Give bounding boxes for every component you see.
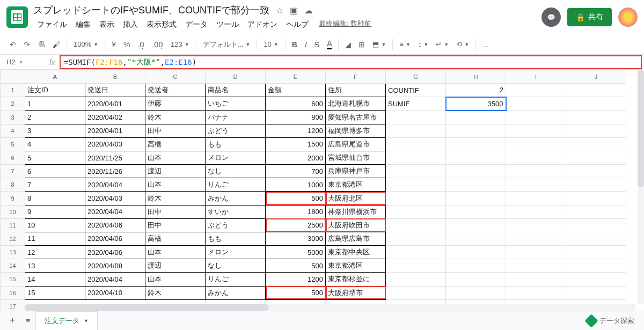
menu-edit[interactable]: 編集 (72, 19, 94, 31)
cell[interactable] (566, 124, 626, 137)
last-edit[interactable]: 最終編集: 数秒前 (319, 19, 371, 31)
comments-button[interactable]: 💬 (541, 8, 561, 27)
cell[interactable] (386, 273, 446, 286)
cell[interactable]: 800 (266, 111, 326, 124)
cell[interactable] (506, 286, 566, 299)
cell[interactable] (446, 165, 506, 178)
row-header[interactable]: 12 (1, 232, 25, 245)
cell[interactable] (506, 151, 566, 164)
row-header[interactable]: 14 (1, 259, 25, 273)
row-header[interactable]: 4 (1, 124, 25, 137)
col-header[interactable]: B (85, 70, 145, 84)
row-header[interactable]: 10 (1, 205, 25, 218)
cell[interactable]: 6 (25, 165, 85, 178)
cell[interactable]: 2500 (266, 218, 326, 232)
cell[interactable]: 2020/04/10 (85, 286, 145, 299)
h-align-button[interactable]: ≡▼ (396, 38, 414, 50)
cell[interactable]: 2 (446, 84, 506, 97)
cell[interactable]: 2020/04/04 (85, 273, 145, 286)
cell[interactable] (566, 218, 626, 232)
cell[interactable] (446, 137, 506, 151)
cell[interactable] (566, 178, 626, 192)
cell[interactable]: 500 (266, 286, 326, 299)
cell[interactable] (506, 246, 566, 259)
cell[interactable]: ぶどう (206, 218, 266, 232)
cell[interactable]: 広島県広島市 (326, 232, 386, 245)
col-header[interactable]: E (266, 70, 326, 84)
cell[interactable]: 11 (25, 232, 85, 245)
explore-button[interactable]: データ探索 (581, 314, 640, 328)
cell[interactable] (386, 151, 446, 164)
cell[interactable]: 発送日 (85, 84, 145, 97)
cell[interactable]: 伊藤 (145, 97, 206, 111)
cell[interactable]: ぶどう (206, 124, 266, 137)
cell[interactable] (506, 192, 566, 205)
cell[interactable] (386, 246, 446, 259)
cell[interactable]: 4 (25, 137, 85, 151)
cell[interactable]: 田中 (145, 205, 206, 218)
cell[interactable] (446, 124, 506, 137)
cell[interactable]: 3 (25, 124, 85, 137)
menu-format[interactable]: 表示形式 (143, 19, 180, 31)
cell[interactable]: 10 (25, 218, 85, 232)
cell[interactable] (506, 232, 566, 245)
cell[interactable]: 大阪府堺市 (326, 286, 386, 299)
cell[interactable]: 愛知県名古屋市 (326, 111, 386, 124)
col-header[interactable]: A (25, 70, 85, 84)
cell[interactable] (386, 124, 446, 137)
cell[interactable]: 500 (266, 259, 326, 273)
text-color-button[interactable]: A (324, 37, 335, 52)
cell[interactable] (386, 137, 446, 151)
cell[interactable]: 山本 (145, 246, 206, 259)
cell[interactable]: なし (206, 259, 266, 273)
cell[interactable]: SUMIF (386, 97, 446, 111)
cell[interactable] (506, 137, 566, 151)
cloud-status-icon[interactable]: ☁ (304, 5, 313, 16)
col-header[interactable]: H (446, 70, 506, 84)
star-icon[interactable]: ☆ (276, 5, 283, 16)
cell[interactable]: 15 (25, 286, 85, 299)
cell[interactable] (566, 246, 626, 259)
cell[interactable]: 山本 (145, 273, 206, 286)
cell[interactable]: 渡辺 (145, 259, 206, 273)
cell[interactable]: 2020/04/03 (85, 137, 145, 151)
cell[interactable]: 5 (25, 151, 85, 164)
cell[interactable]: 14 (25, 273, 85, 286)
paint-format-button[interactable]: 🖌 (49, 38, 63, 51)
cell[interactable]: 500 (266, 192, 326, 205)
merge-button[interactable]: ⬒▼ (369, 38, 389, 50)
cell[interactable]: 注文ID (25, 84, 85, 97)
cell[interactable] (386, 205, 446, 218)
borders-button[interactable]: ⊞ (355, 38, 368, 51)
percent-button[interactable]: % (120, 38, 133, 51)
row-header[interactable]: 6 (1, 151, 25, 164)
cell[interactable]: 3000 (266, 232, 326, 245)
cell[interactable]: 発送者 (145, 84, 206, 97)
menu-insert[interactable]: 挿入 (119, 19, 142, 31)
cell[interactable] (566, 286, 626, 299)
cell[interactable]: 鈴木 (145, 111, 206, 124)
cell[interactable] (506, 124, 566, 137)
cell[interactable]: 600 (266, 97, 326, 111)
cell[interactable] (446, 259, 506, 273)
move-icon[interactable]: ▣ (290, 5, 298, 16)
add-sheet-button[interactable]: + (4, 312, 21, 329)
cell[interactable]: 大阪府北区 (326, 192, 386, 205)
col-header[interactable]: F (326, 70, 386, 84)
cell[interactable]: いちご (206, 97, 266, 111)
row-header[interactable]: 3 (1, 111, 25, 124)
font-select[interactable]: デフォルト...▼ (200, 38, 254, 52)
redo-button[interactable]: ↷ (20, 38, 33, 51)
cell[interactable]: 2000 (266, 151, 326, 164)
cell[interactable]: 高橋 (145, 232, 206, 245)
cell[interactable]: 3500 (446, 97, 506, 111)
share-button[interactable]: 🔒 共有 (567, 8, 612, 26)
cell[interactable]: なし (206, 165, 266, 178)
cell[interactable]: 神奈川県横浜市 (326, 205, 386, 218)
cell[interactable]: 大阪府吹田市 (326, 218, 386, 232)
cell[interactable]: 田中 (145, 124, 206, 137)
cell[interactable] (386, 111, 446, 124)
cell[interactable]: メロン (206, 246, 266, 259)
cell[interactable] (566, 192, 626, 205)
cell[interactable]: 1200 (266, 273, 326, 286)
